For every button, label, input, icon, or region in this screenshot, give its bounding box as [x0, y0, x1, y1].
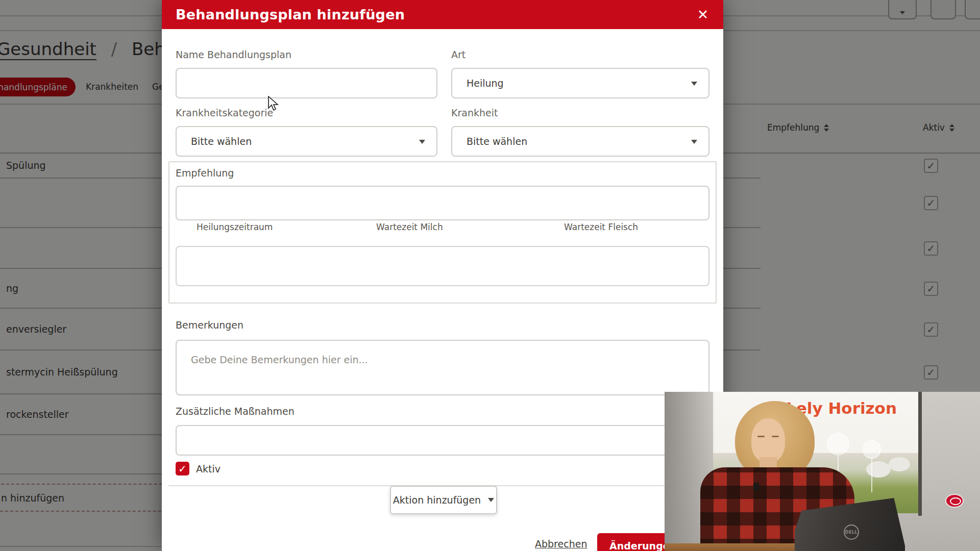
- bemerkungen-label: Bemerkungen: [176, 319, 243, 331]
- chevron-down-icon: [419, 140, 425, 144]
- art-selected-value: Heilung: [467, 78, 504, 89]
- aktiv-checkbox-checked[interactable]: ✓: [176, 462, 189, 475]
- button-label: Aktion hinzufügen: [393, 494, 481, 506]
- webcam-video-overlay: Lely Horizon DELL: [665, 392, 980, 551]
- lely-logo: [945, 494, 964, 508]
- dell-logo: DELL: [844, 524, 859, 540]
- dialog-title: Behandlungsplan hinzufügen: [176, 7, 405, 22]
- empfehlung-input[interactable]: [176, 186, 709, 220]
- art-select[interactable]: Heilung: [451, 68, 709, 98]
- name-input[interactable]: [176, 68, 437, 98]
- column-wartezeit-milch: Wartezeit Milch: [376, 222, 443, 232]
- krankheitskategorie-select[interactable]: Bitte wählen: [176, 126, 437, 157]
- zusaetzliche-massnahmen-label: Zusätzliche Maßnahmen: [176, 406, 295, 417]
- check-icon: ✓: [178, 463, 187, 475]
- column-wartezeit-fleisch: Wartezeit Fleisch: [564, 222, 638, 232]
- screen: Gesundheit / Behan Behandlungspläne Kran…: [0, 0, 980, 551]
- close-icon[interactable]: ✕: [692, 4, 714, 24]
- add-treatment-plan-dialog: Behandlungsplan hinzufügen ✕ Name Behand…: [162, 0, 723, 551]
- overlay-circle: [827, 433, 849, 455]
- screen-edge: [918, 392, 922, 516]
- presenter-face: [751, 418, 785, 462]
- silo-tank: [889, 457, 910, 471]
- empfehlung-empty-list: [176, 246, 709, 286]
- krankheit-select[interactable]: Bitte wählen: [451, 126, 709, 157]
- krankheit-label: Krankheit: [451, 107, 498, 118]
- bemerkungen-textarea[interactable]: [176, 340, 709, 395]
- zusaetzliche-massnahmen-input[interactable]: [176, 425, 709, 456]
- dialog-header: Behandlungsplan hinzufügen ✕: [162, 0, 723, 29]
- chevron-down-icon: [691, 82, 697, 86]
- column-heilungszeitraum: Heilungszeitraum: [197, 222, 273, 232]
- krankheitskategorie-label: Krankheitskategorie: [176, 107, 273, 118]
- krankheit-selected-value: Bitte wählen: [467, 136, 527, 147]
- abbrechen-link[interactable]: Abbrechen: [535, 538, 587, 549]
- chevron-down-icon: [691, 140, 697, 144]
- art-label: Art: [451, 49, 465, 60]
- clip-microphone: [753, 483, 759, 491]
- krankheitskategorie-selected-value: Bitte wählen: [191, 136, 252, 147]
- aktiv-label: Aktiv: [196, 463, 220, 474]
- mouse-cursor: [267, 96, 279, 111]
- overlay-circle: [863, 440, 881, 459]
- overlay-stem: [871, 459, 872, 492]
- name-label: Name Behandlungsplan: [176, 49, 291, 60]
- silo-tank: [866, 461, 891, 478]
- chevron-down-icon: [488, 498, 494, 502]
- aktion-hinzufuegen-button[interactable]: Aktion hinzufügen: [390, 486, 497, 514]
- empfehlung-label: Empfehlung: [176, 167, 234, 179]
